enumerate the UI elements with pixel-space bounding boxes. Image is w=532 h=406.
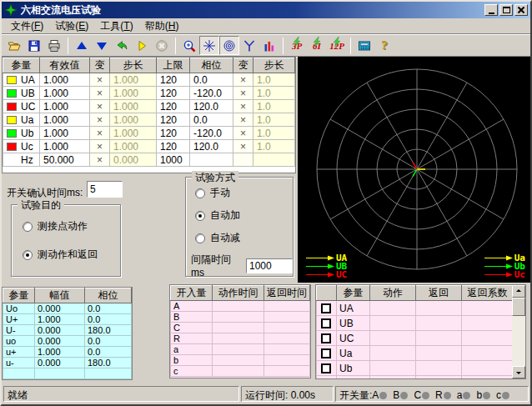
print-button[interactable] bbox=[44, 36, 64, 55]
cell-rms[interactable]: 1.000 bbox=[40, 127, 90, 140]
menu-item-tools[interactable]: 工具(T) bbox=[94, 18, 138, 35]
row-checkbox[interactable] bbox=[321, 348, 331, 358]
cell-0[interactable]: C bbox=[171, 323, 213, 333]
cell-0[interactable]: A bbox=[171, 301, 213, 312]
cell-step1[interactable]: 1.000 bbox=[110, 100, 157, 113]
cell-param[interactable]: Hz bbox=[3, 153, 40, 167]
cell-limit[interactable]: 120 bbox=[157, 73, 190, 87]
cell-step1[interactable]: 1.000 bbox=[110, 73, 157, 87]
cell-checkbox[interactable] bbox=[317, 331, 337, 346]
maximize-button[interactable] bbox=[499, 4, 513, 16]
reset-undo-button[interactable] bbox=[112, 36, 132, 55]
radio-button[interactable] bbox=[195, 188, 205, 198]
cell-2[interactable] bbox=[85, 368, 132, 379]
cell-1[interactable]: 0.000 bbox=[35, 303, 85, 314]
cell-step2[interactable]: 1.0 bbox=[253, 87, 295, 100]
cell-act[interactable] bbox=[370, 301, 416, 316]
cell-1[interactable] bbox=[213, 344, 264, 355]
cell-act[interactable] bbox=[370, 376, 416, 380]
cell-2[interactable]: 180.0 bbox=[85, 358, 132, 368]
cell-rms[interactable]: 1.000 bbox=[40, 100, 90, 113]
scrollbar[interactable] bbox=[512, 285, 525, 378]
cell-0[interactable]: uo bbox=[3, 336, 35, 347]
cell-0[interactable]: u+ bbox=[3, 347, 35, 358]
cell-chg1[interactable]: × bbox=[90, 100, 110, 113]
cell-limit[interactable]: 120 bbox=[157, 113, 190, 127]
cell-coef[interactable] bbox=[462, 376, 514, 380]
bar-view-button[interactable] bbox=[259, 36, 279, 55]
cell-phase[interactable]: -120.0 bbox=[190, 87, 233, 100]
cell-limit[interactable]: 1000 bbox=[157, 153, 190, 167]
cell-param[interactable]: Uc bbox=[3, 140, 40, 153]
cell-1[interactable]: 0.000 bbox=[35, 358, 85, 368]
cell-phase[interactable]: -120.0 bbox=[190, 127, 233, 140]
cell-act[interactable] bbox=[370, 361, 416, 376]
cell-chg2[interactable]: × bbox=[233, 140, 253, 153]
cell-1[interactable] bbox=[213, 333, 264, 344]
cell-1[interactable]: 0.000 bbox=[35, 325, 85, 336]
cell-limit[interactable]: 120 bbox=[157, 127, 190, 140]
row-checkbox[interactable] bbox=[321, 378, 331, 379]
cell-0[interactable]: Uo bbox=[3, 303, 35, 314]
cell-phase[interactable]: 120.0 bbox=[190, 140, 233, 153]
cell-ret[interactable] bbox=[416, 346, 462, 361]
cell-2[interactable] bbox=[264, 323, 310, 333]
cell-param[interactable]: UB bbox=[3, 87, 40, 100]
cell-chg2[interactable]: × bbox=[233, 73, 253, 87]
radio-button[interactable] bbox=[195, 233, 205, 243]
cell-rms[interactable]: 1.000 bbox=[40, 87, 90, 100]
scroll-thumb[interactable] bbox=[512, 298, 525, 316]
cell-step2[interactable]: 1.0 bbox=[253, 73, 295, 87]
cell-ret[interactable] bbox=[416, 376, 462, 380]
cell-1[interactable] bbox=[213, 301, 264, 312]
switch-confirm-input[interactable] bbox=[87, 181, 123, 198]
cell-param[interactable]: Ua bbox=[3, 113, 40, 127]
save-file-button[interactable] bbox=[24, 36, 44, 55]
cell-chg1[interactable]: × bbox=[90, 87, 110, 100]
cell-rms[interactable]: 50.000 bbox=[40, 153, 90, 167]
mode-3p-button[interactable]: 3P bbox=[287, 36, 307, 55]
open-file-button[interactable] bbox=[4, 36, 24, 55]
cell-param[interactable]: UC bbox=[3, 100, 40, 113]
cell-act[interactable] bbox=[370, 346, 416, 361]
cell-rms[interactable]: 1.000 bbox=[40, 73, 90, 87]
cell-step2[interactable] bbox=[253, 153, 295, 167]
step-down-button[interactable] bbox=[92, 36, 112, 55]
step-up-button[interactable] bbox=[72, 36, 92, 55]
cell-phase[interactable]: 0.0 bbox=[190, 73, 233, 87]
cell-chg1[interactable]: × bbox=[90, 140, 110, 153]
cell-2[interactable] bbox=[264, 355, 310, 366]
cell-chg2[interactable]: × bbox=[233, 127, 253, 140]
cell-checkbox[interactable] bbox=[317, 376, 337, 380]
cell-name[interactable]: UB bbox=[337, 316, 370, 331]
cell-2[interactable] bbox=[264, 366, 310, 377]
cell-ret[interactable] bbox=[416, 331, 462, 346]
cell-coef[interactable] bbox=[462, 316, 514, 331]
cell-rms[interactable]: 1.000 bbox=[40, 113, 90, 127]
cell-limit[interactable]: 120 bbox=[157, 100, 190, 113]
cell-1[interactable] bbox=[35, 368, 85, 379]
cell-2[interactable]: 0.0 bbox=[85, 347, 132, 358]
radio-option[interactable]: 测接点动作 bbox=[23, 219, 120, 233]
radio-option[interactable]: 手动 bbox=[195, 186, 293, 200]
mode-12p-button[interactable]: 12P bbox=[327, 36, 347, 55]
menu-item-help[interactable]: 帮助(H) bbox=[139, 18, 185, 35]
cell-step1[interactable]: 1.000 bbox=[110, 140, 157, 153]
cell-0[interactable]: U- bbox=[3, 325, 35, 336]
cell-0[interactable]: c bbox=[171, 366, 213, 377]
cell-0[interactable]: u- bbox=[3, 358, 35, 368]
cell-1[interactable]: 0.000 bbox=[35, 336, 85, 347]
scroll-down-button[interactable] bbox=[512, 366, 525, 378]
cell-ret[interactable] bbox=[416, 301, 462, 316]
cell-step1[interactable]: 1.000 bbox=[110, 113, 157, 127]
help-button[interactable]: ? bbox=[374, 36, 394, 55]
cell-1[interactable]: 1.000 bbox=[35, 314, 85, 325]
radio-button[interactable] bbox=[23, 250, 33, 260]
cell-chg2[interactable] bbox=[233, 153, 253, 167]
cell-checkbox[interactable] bbox=[317, 301, 337, 316]
cell-1[interactable]: 1.000 bbox=[35, 347, 85, 358]
cell-name[interactable]: UC bbox=[337, 331, 370, 346]
cell-act[interactable] bbox=[370, 316, 416, 331]
cell-2[interactable]: 0.0 bbox=[85, 336, 132, 347]
cell-2[interactable] bbox=[264, 301, 310, 312]
